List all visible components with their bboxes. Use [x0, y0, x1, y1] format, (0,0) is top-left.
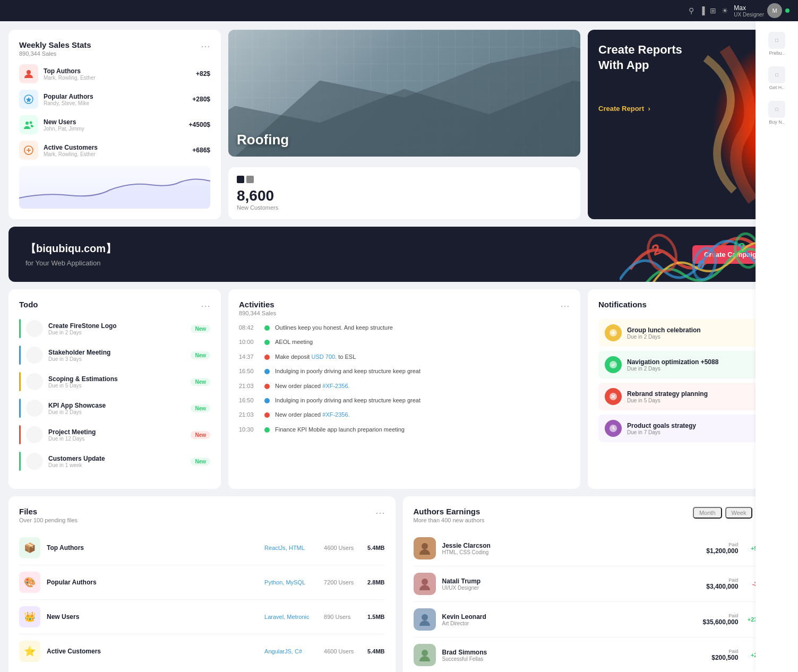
weekly-sales-title: Weekly Sales Stats [19, 40, 91, 49]
brightness-icon[interactable]: ☀ [722, 6, 728, 15]
todo-avatar [26, 400, 43, 417]
new-users-users: John, Pat, Jimmy [44, 126, 184, 132]
new-users-info: New Users John, Pat, Jimmy [44, 118, 184, 132]
author-payment: Paid $35,600,000 [703, 613, 739, 626]
list-item: Create FireStone Logo Due in 2 Days New [19, 319, 210, 338]
notif-due: Due in 2 Days [627, 366, 752, 372]
todo-bar [19, 372, 21, 391]
todo-due: Due in 12 Days [48, 436, 185, 442]
file-size: 5.4MB [367, 545, 384, 551]
file-icon: 👑 [19, 606, 40, 627]
activity-time: 10:30 [239, 426, 259, 433]
todo-badge: New [191, 351, 210, 359]
author-info: Brad Simmons Successful Fellas [442, 649, 706, 662]
paid-label: Paid [703, 613, 739, 618]
stat-popular-authors: Popular Authors Randy, Steve, Mike +280$ [19, 90, 210, 109]
list-item: 21:03 New order placed #XF-2356. [239, 411, 570, 419]
campaign-card: 【biqubiqu.com】 for Your Web Application … [8, 227, 790, 282]
row3: Todo ⋯ Create FireStone Logo Due in 2 Da… [8, 289, 790, 489]
notif-name: Product goals strategy [627, 422, 756, 429]
activity-text: Indulging in poorly driving and keep str… [275, 397, 421, 404]
weekly-sales-card: Weekly Sales Stats 890,344 Sales ⋯ Top A… [8, 30, 221, 219]
activity-time: 21:03 [239, 383, 259, 389]
todo-list: Create FireStone Logo Due in 2 Days New … [19, 319, 210, 471]
nc-square-dark [237, 176, 244, 183]
todo-info: Create FireStone Logo Due in 2 Days [48, 322, 185, 335]
author-payment: Paid $1,200,000 [706, 542, 738, 555]
author-avatar [414, 644, 436, 666]
usd-link[interactable]: USD 700. [311, 354, 337, 360]
list-item: Project Meeting Due in 12 Days New [19, 425, 210, 444]
activity-time: 08:42 [239, 324, 259, 331]
order-link[interactable]: #XF-2356. [322, 383, 349, 389]
todo-bar [19, 346, 21, 365]
grid-icon[interactable]: ⊞ [710, 6, 716, 15]
author-amount: $1,200,000 [706, 547, 738, 555]
notif-due: Due in 7 Days [627, 429, 756, 435]
svg-point-17 [422, 579, 428, 585]
todo-options-icon[interactable]: ⋯ [201, 300, 210, 312]
activity-dot [264, 398, 270, 403]
svg-point-0 [27, 70, 31, 74]
stat-top-authors: Top Authors Mark, Rowling, Esther +82$ [19, 64, 210, 83]
list-item: 14:37 Make deposit USD 700. to ESL [239, 353, 570, 361]
create-report-link[interactable]: Create Report › [598, 105, 779, 113]
todo-avatar [26, 320, 43, 337]
activity-dot [264, 427, 270, 433]
sidebar-item-geth[interactable]: □ Get H.. [768, 66, 785, 90]
todo-avatar [26, 347, 43, 364]
todo-bar [19, 452, 21, 471]
activity-dot [264, 369, 270, 374]
search-icon[interactable]: ⚲ [689, 6, 694, 15]
notif-icon [605, 388, 622, 405]
file-name: Active Customers [47, 648, 258, 655]
todo-info: Scoping & Estimations Due in 5 Days [48, 375, 185, 389]
author-role: Successful Fellas [442, 656, 706, 662]
author-avatar [414, 608, 436, 631]
todo-card: Todo ⋯ Create FireStone Logo Due in 2 Da… [8, 289, 221, 489]
svg-point-16 [422, 543, 428, 549]
sidebar-item-prebu[interactable]: □ Prebu.. [768, 32, 785, 56]
sidebar-label: Get H.. [769, 85, 785, 90]
todo-badge: New [191, 325, 210, 333]
activity-text: New order placed #XF-2356. [275, 382, 350, 390]
activity-time: 16:50 [239, 368, 259, 374]
todo-avatar [26, 373, 43, 390]
campaign-subtitle: for Your Web Application [25, 259, 682, 267]
svg-point-1 [25, 122, 29, 125]
svg-point-19 [422, 650, 428, 656]
weekly-sales-subtitle: 890,344 Sales [19, 50, 91, 57]
todo-info: Stakeholder Meeting Due in 3 Days [48, 349, 185, 362]
popular-authors-value: +280$ [192, 96, 210, 103]
activities-header: Activities 890,344 Sales ⋯ [239, 300, 570, 316]
options-icon[interactable]: ⋯ [201, 40, 210, 52]
tab-month[interactable]: Month [693, 507, 722, 519]
list-item: 16:50 Indulging in poorly driving and ke… [239, 397, 570, 404]
sidebar-icon: □ [768, 66, 785, 83]
files-options-icon[interactable]: ⋯ [375, 507, 385, 519]
tab-week[interactable]: Week [725, 507, 753, 519]
notif-icon [605, 420, 622, 437]
activities-options-icon[interactable]: ⋯ [560, 300, 570, 312]
stat-active-customers: Active Customers Mark, Rowling, Esther +… [19, 141, 210, 160]
author-avatar [414, 537, 436, 559]
online-indicator [785, 8, 790, 13]
middle-column: Roofing 8,600 New Customers [228, 30, 580, 219]
todo-name: Create FireStone Logo [48, 322, 185, 330]
list-item: Brad Simmons Successful Fellas Paid $200… [414, 637, 779, 672]
active-customers-users: Mark, Rowling, Esther [44, 151, 187, 157]
activities-card: Activities 890,344 Sales ⋯ 08:42 Outline… [228, 289, 580, 489]
list-item: Rebrand strategy planning Due in 5 Days … [598, 383, 779, 410]
roofing-card: Roofing [228, 30, 580, 157]
author-payment: Paid $3,400,000 [706, 578, 738, 590]
chart-icon[interactable]: ▐ [699, 6, 705, 15]
file-users: 4600 Users [324, 648, 361, 654]
nc-number: 8,600 [237, 187, 572, 204]
sidebar-item-buyn[interactable]: □ Buy N.. [768, 101, 785, 125]
notif-icon [605, 356, 622, 373]
campaign-title: 【biqubiqu.com】 [25, 242, 682, 256]
user-avatar: M [767, 3, 782, 18]
todo-bar [19, 399, 21, 418]
activities-subtitle: 890,344 Sales [239, 310, 276, 316]
order-link2[interactable]: #XF-2356. [322, 411, 349, 418]
